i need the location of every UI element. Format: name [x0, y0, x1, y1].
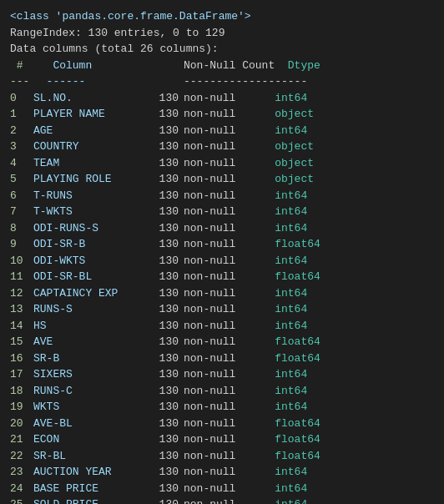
col-dtype: float64	[275, 334, 320, 350]
table-separator-row: --- ------ -------------- -----	[10, 73, 320, 90]
table-row: 20AVE-BL130non-nullfloat64	[10, 416, 320, 432]
col-count: 130	[147, 481, 184, 497]
header-nonnull-count	[147, 58, 184, 74]
col-index: 13	[10, 301, 33, 318]
table-row: 24BASE PRICE130non-nullint64	[10, 481, 320, 497]
table-row: 9ODI-SR-B130non-nullfloat64	[10, 236, 320, 253]
col-index: 10	[10, 253, 33, 270]
table-header-row: # Column Non-Null Count Dtype	[10, 58, 320, 74]
table-row: 19WKTS130non-nullint64	[10, 399, 320, 416]
col-name: WKTS	[33, 399, 147, 416]
col-dtype: int64	[275, 220, 320, 237]
col-name: PLAYER NAME	[33, 106, 147, 123]
col-null: non-null	[184, 269, 275, 285]
col-dtype: object	[275, 171, 320, 188]
col-index: 23	[10, 464, 33, 481]
table-row: 11ODI-SR-BL130non-nullfloat64	[10, 269, 320, 285]
col-count: 130	[147, 416, 184, 432]
col-null: non-null	[184, 139, 275, 155]
col-index: 8	[10, 220, 33, 237]
col-null: non-null	[184, 236, 275, 253]
col-name: ODI-SR-BL	[33, 269, 147, 285]
table-row: 14HS130non-nullint64	[10, 318, 320, 335]
col-dtype: int64	[275, 301, 320, 318]
header-hash: #	[10, 58, 33, 74]
col-name: RUNS-C	[33, 383, 147, 400]
table-row: 18RUNS-C130non-nullint64	[10, 383, 320, 400]
col-count: 130	[147, 496, 184, 504]
col-dtype: object	[275, 139, 320, 155]
col-name: SIXERS	[33, 366, 147, 383]
col-dtype: int64	[275, 366, 320, 383]
sep-count	[147, 73, 184, 90]
col-name: CAPTAINCY EXP	[33, 285, 147, 302]
col-dtype: int64	[275, 383, 320, 400]
col-name: AUCTION YEAR	[33, 464, 147, 481]
header-column: Column	[33, 58, 147, 74]
col-null: non-null	[184, 496, 275, 504]
col-dtype: int64	[275, 253, 320, 270]
col-count: 130	[147, 350, 184, 367]
col-count: 130	[147, 269, 184, 285]
col-count: 130	[147, 188, 184, 204]
col-count: 130	[147, 448, 184, 465]
col-name: T-WKTS	[33, 204, 147, 220]
table-row: 6T-RUNS130non-nullint64	[10, 188, 320, 204]
col-name: AVE	[33, 334, 147, 350]
col-name: BASE PRICE	[33, 481, 147, 497]
col-index: 0	[10, 90, 33, 107]
table-row: 16SR-B130non-nullfloat64	[10, 350, 320, 367]
col-name: PLAYING ROLE	[33, 171, 147, 188]
col-name: ODI-SR-B	[33, 236, 147, 253]
col-null: non-null	[184, 285, 275, 302]
col-null: non-null	[184, 431, 275, 448]
col-dtype: int64	[275, 481, 320, 497]
col-dtype: int64	[275, 318, 320, 335]
col-dtype: float64	[275, 350, 320, 367]
col-null: non-null	[184, 383, 275, 400]
col-dtype: int64	[275, 464, 320, 481]
col-count: 130	[147, 334, 184, 350]
col-index: 20	[10, 416, 33, 432]
col-index: 12	[10, 285, 33, 302]
col-index: 21	[10, 431, 33, 448]
output-container: <class 'pandas.core.frame.DataFrame'> Ra…	[10, 8, 434, 504]
col-name: SR-B	[33, 350, 147, 367]
table-row: 10ODI-WKTS130non-nullint64	[10, 253, 320, 270]
col-count: 130	[147, 301, 184, 318]
col-index: 3	[10, 139, 33, 155]
col-name: SR-BL	[33, 448, 147, 465]
table-row: 12CAPTAINCY EXP130non-nullint64	[10, 285, 320, 302]
col-count: 130	[147, 366, 184, 383]
col-null: non-null	[184, 399, 275, 416]
col-dtype: float64	[275, 431, 320, 448]
range-index: RangeIndex: 130 entries, 0 to 129	[10, 25, 434, 42]
col-dtype: int64	[275, 399, 320, 416]
table-row: 4TEAM130non-nullobject	[10, 155, 320, 172]
col-null: non-null	[184, 448, 275, 465]
col-null: non-null	[184, 171, 275, 188]
col-dtype: float64	[275, 448, 320, 465]
col-name: SL.NO.	[33, 90, 147, 107]
col-index: 6	[10, 188, 33, 204]
col-index: 7	[10, 204, 33, 220]
col-null: non-null	[184, 464, 275, 481]
col-index: 24	[10, 481, 33, 497]
col-name: SOLD PRICE	[33, 496, 147, 504]
sep-hash: ---	[10, 73, 33, 90]
col-count: 130	[147, 236, 184, 253]
col-null: non-null	[184, 106, 275, 123]
col-name: AGE	[33, 123, 147, 139]
col-count: 130	[147, 123, 184, 139]
table-row: 15AVE130non-nullfloat64	[10, 334, 320, 350]
col-null: non-null	[184, 253, 275, 270]
col-index: 4	[10, 155, 33, 172]
header-nonnull-label: Non-Null Count	[184, 58, 275, 74]
col-name: AVE-BL	[33, 416, 147, 432]
col-null: non-null	[184, 123, 275, 139]
class-line: <class 'pandas.core.frame.DataFrame'>	[10, 8, 434, 25]
col-dtype: int64	[275, 123, 320, 139]
table-row: 23AUCTION YEAR130non-nullint64	[10, 464, 320, 481]
col-index: 16	[10, 350, 33, 367]
table-row: 7T-WKTS130non-nullint64	[10, 204, 320, 220]
